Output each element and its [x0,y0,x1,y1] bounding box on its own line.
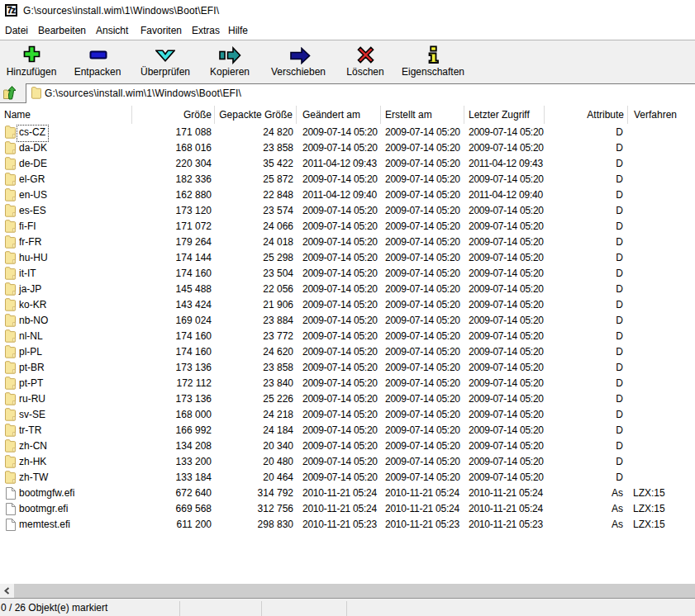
svg-text:7z: 7z [7,5,16,15]
